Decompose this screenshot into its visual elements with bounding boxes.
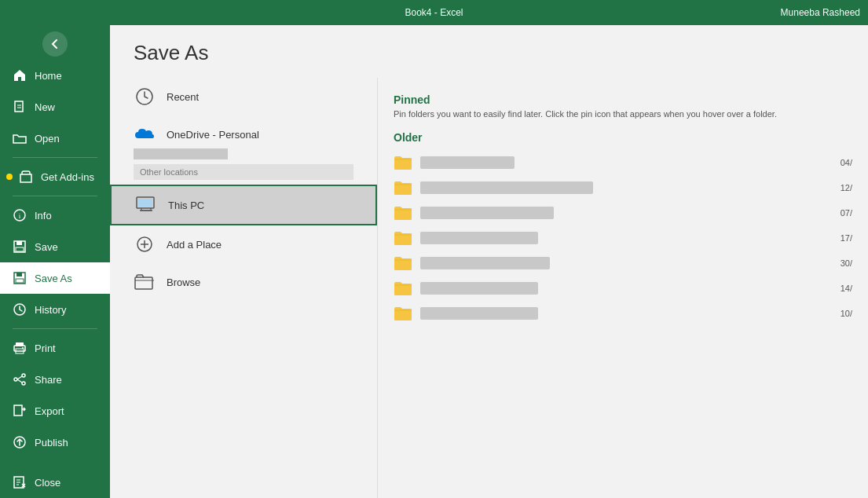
sidebar-item-new-label: New bbox=[35, 101, 55, 113]
sidebar-item-print-label: Print bbox=[35, 342, 56, 354]
title-bar: Book4 - Excel Muneeba Rasheed bbox=[0, 0, 868, 25]
location-this-pc-label: This PC bbox=[168, 200, 204, 211]
svg-rect-1 bbox=[20, 174, 31, 182]
page-title: Save As bbox=[134, 41, 844, 65]
location-recent[interactable]: Recent bbox=[110, 78, 377, 115]
location-add-place-label: Add a Place bbox=[167, 239, 222, 251]
location-add-place[interactable]: Add a Place bbox=[110, 225, 377, 263]
sidebar-item-close[interactable]: Close bbox=[0, 467, 110, 498]
other-locations-header: Other locations bbox=[134, 164, 353, 180]
store-icon bbox=[19, 170, 33, 184]
sidebar-item-export[interactable]: Export bbox=[0, 395, 110, 427]
close-doc-icon bbox=[13, 475, 27, 489]
svg-line-18 bbox=[17, 376, 22, 379]
main-area: Home New Open Get Add-ins i bbox=[0, 25, 868, 498]
folders-panel: Pinned Pin folders you want to easily fi… bbox=[377, 78, 868, 498]
sidebar-item-save-as-label: Save As bbox=[35, 273, 72, 284]
sidebar-item-save-label: Save bbox=[35, 241, 58, 253]
svg-point-15 bbox=[22, 374, 25, 377]
folder-row[interactable]: 04/ bbox=[378, 150, 868, 175]
folder-date: 12/ bbox=[841, 183, 852, 192]
sidebar-item-new[interactable]: New bbox=[0, 91, 110, 123]
sidebar-item-history[interactable]: History bbox=[0, 294, 110, 325]
folder-icon bbox=[394, 255, 412, 271]
sidebar-item-home[interactable]: Home bbox=[0, 60, 110, 91]
pinned-desc: Pin folders you want to easily find late… bbox=[394, 109, 852, 119]
export-icon bbox=[13, 404, 27, 418]
svg-point-16 bbox=[22, 382, 25, 385]
folder-row[interactable]: 17/ bbox=[378, 225, 868, 251]
svg-rect-20 bbox=[14, 405, 22, 416]
sidebar-divider-2 bbox=[13, 196, 97, 196]
folder-row[interactable]: 07/ bbox=[378, 200, 868, 225]
folder-name-bar bbox=[420, 156, 515, 169]
location-browse[interactable]: Browse bbox=[110, 263, 377, 301]
folder-row[interactable]: 12/ bbox=[378, 175, 868, 200]
folder-row[interactable]: 30/ bbox=[378, 251, 868, 276]
svg-rect-0 bbox=[15, 101, 23, 112]
publish-icon bbox=[13, 435, 27, 449]
notification-dot bbox=[6, 174, 13, 180]
onedrive-sub-bar bbox=[134, 148, 228, 159]
folder-date: 10/ bbox=[841, 309, 852, 318]
svg-rect-9 bbox=[16, 279, 24, 283]
info-icon: i bbox=[13, 208, 27, 222]
folder-icon bbox=[394, 205, 412, 221]
recent-icon bbox=[134, 86, 156, 108]
folder-row[interactable]: 14/ bbox=[378, 276, 868, 301]
sidebar-item-publish[interactable]: Publish bbox=[0, 427, 110, 458]
onedrive-icon bbox=[134, 123, 156, 145]
svg-rect-25 bbox=[138, 199, 152, 207]
sidebar-item-info[interactable]: i Info bbox=[0, 200, 110, 231]
page-title-area: Save As bbox=[110, 25, 868, 78]
older-title: Older bbox=[378, 131, 868, 144]
sidebar-item-info-label: Info bbox=[35, 210, 52, 222]
folder-icon bbox=[394, 306, 412, 321]
folder-icon bbox=[394, 155, 412, 170]
sidebar-item-print[interactable]: Print bbox=[0, 332, 110, 364]
sidebar-item-save-as[interactable]: Save As bbox=[0, 262, 110, 294]
folder-name-bar bbox=[420, 307, 538, 320]
location-onedrive[interactable]: OneDrive - Personal bbox=[110, 115, 377, 153]
folder-name-bar bbox=[420, 282, 538, 295]
folder-name-bar bbox=[420, 257, 550, 269]
save-icon bbox=[13, 240, 27, 254]
print-icon bbox=[13, 341, 27, 355]
folder-row[interactable]: 10/ bbox=[378, 301, 868, 326]
sidebar-item-publish-label: Publish bbox=[35, 437, 68, 449]
folder-name-bar bbox=[420, 232, 538, 244]
sidebar-item-share[interactable]: Share bbox=[0, 364, 110, 395]
back-button[interactable] bbox=[42, 31, 68, 57]
this-pc-icon bbox=[135, 194, 157, 216]
folder-icon bbox=[394, 230, 412, 246]
open-folder-icon bbox=[13, 131, 27, 145]
folder-date: 04/ bbox=[841, 158, 852, 167]
sidebar-item-share-label: Share bbox=[35, 374, 62, 386]
svg-point-17 bbox=[14, 378, 17, 381]
back-icon bbox=[49, 38, 60, 49]
sidebar-item-get-addins-label: Get Add-ins bbox=[41, 171, 94, 183]
add-place-icon bbox=[134, 233, 156, 255]
folder-date: 14/ bbox=[841, 284, 852, 293]
svg-point-14 bbox=[22, 347, 24, 349]
sidebar-item-open-label: Open bbox=[35, 133, 60, 145]
sidebar: Home New Open Get Add-ins i bbox=[0, 25, 110, 498]
folder-date: 30/ bbox=[841, 258, 852, 268]
folder-name-bar bbox=[420, 181, 593, 194]
svg-rect-30 bbox=[135, 277, 152, 289]
location-onedrive-label: OneDrive - Personal bbox=[167, 129, 259, 141]
sidebar-item-open[interactable]: Open bbox=[0, 123, 110, 154]
svg-rect-8 bbox=[16, 273, 22, 276]
location-this-pc[interactable]: This PC bbox=[110, 185, 377, 225]
content-area: Save As Recent OneDrive - Personal bbox=[110, 25, 868, 498]
location-recent-label: Recent bbox=[167, 91, 199, 103]
home-icon bbox=[13, 68, 27, 82]
sidebar-item-close-label: Close bbox=[35, 477, 60, 489]
sidebar-item-save[interactable]: Save bbox=[0, 231, 110, 262]
sidebar-divider-3 bbox=[13, 328, 97, 329]
sidebar-item-home-label: Home bbox=[35, 70, 62, 82]
window-title: Book4 - Excel bbox=[405, 7, 463, 18]
svg-line-19 bbox=[17, 379, 22, 383]
sidebar-item-get-addins[interactable]: Get Add-ins bbox=[0, 161, 110, 192]
folder-name-bar bbox=[420, 207, 554, 219]
